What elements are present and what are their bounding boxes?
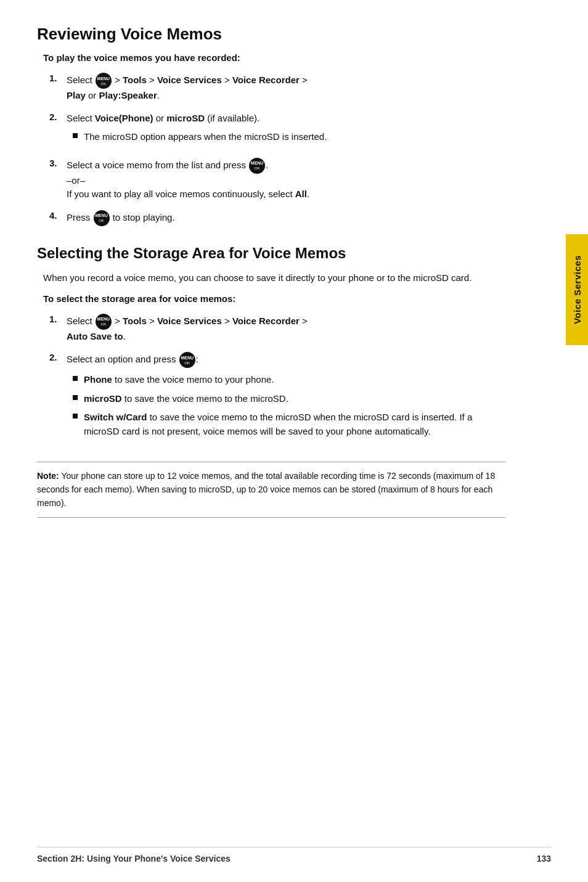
s2-sub-item-microsd: microSD to save the voice memo to the mi… xyxy=(73,392,505,406)
section2-intro-para: When you record a voice memo, you can ch… xyxy=(43,271,505,285)
section2-title: Selecting the Storage Area for Voice Mem… xyxy=(37,245,505,262)
step-1: 1. Select MENU OK > Tools > Voice Servic… xyxy=(49,73,505,103)
s2-step-2-content: Select an option and press MENU OK : Pho… xyxy=(67,352,505,443)
sub-item-1: The microSD option appears when the micr… xyxy=(73,130,505,144)
bullet-icon-microsd xyxy=(73,395,78,400)
footer-page-num: 133 xyxy=(537,854,551,864)
s2-step-1: 1. Select MENU OK > Tools > Voice Servic… xyxy=(49,314,505,344)
step-4-content: Press MENU OK to stop playing. xyxy=(67,210,505,226)
menu-icon-s2-1: MENU OK xyxy=(96,314,112,330)
s2-step-1-content: Select MENU OK > Tools > Voice Services … xyxy=(67,314,505,344)
s2-step-1-num: 1. xyxy=(49,314,67,324)
s2-step-2-num: 2. xyxy=(49,352,67,362)
section2-steps-label: To select the storage area for voice mem… xyxy=(43,293,505,304)
or-text: –or– xyxy=(67,175,85,186)
s2-sub-item-switch: Switch w/Card to save the voice memo to … xyxy=(73,410,505,438)
note-box: Note: Your phone can store up to 12 voic… xyxy=(37,462,505,518)
footer-section: Section 2H: Using Your Phone's Voice Ser… xyxy=(37,854,231,864)
section1-intro: To play the voice memos you have recorde… xyxy=(43,52,505,63)
step-2-content: Select Voice(Phone) or microSD (if avail… xyxy=(67,112,505,149)
step-4: 4. Press MENU OK to stop playing. xyxy=(49,210,505,226)
s2-step-2: 2. Select an option and press MENU OK : … xyxy=(49,352,505,443)
menu-icon-s2-2: MENU OK xyxy=(179,352,195,368)
side-tab-label: Voice Services xyxy=(572,255,582,324)
note-text: Your phone can store up to 12 voice memo… xyxy=(37,471,495,507)
bullet-icon-phone xyxy=(73,376,78,381)
bullet-icon-switch xyxy=(73,414,78,419)
step-1-num: 1. xyxy=(49,73,67,83)
s2-sub-item-phone: Phone to save the voice memo to your pho… xyxy=(73,373,505,387)
menu-icon-3: MENU OK xyxy=(249,158,265,174)
step-1-content: Select MENU OK > Tools > Voice Services … xyxy=(67,73,505,103)
menu-icon-1: MENU OK xyxy=(96,73,112,89)
section1-title: Reviewing Voice Memos xyxy=(37,25,505,44)
step-2: 2. Select Voice(Phone) or microSD (if av… xyxy=(49,112,505,149)
note-label: Note: xyxy=(37,471,59,481)
menu-icon-4: MENU OK xyxy=(94,210,110,226)
bullet-icon xyxy=(73,133,78,138)
step-3-num: 3. xyxy=(49,158,67,168)
footer: Section 2H: Using Your Phone's Voice Ser… xyxy=(37,847,551,864)
step-4-num: 4. xyxy=(49,210,67,221)
step-2-num: 2. xyxy=(49,112,67,122)
step-3: 3. Select a voice memo from the list and… xyxy=(49,158,505,202)
step-3-content: Select a voice memo from the list and pr… xyxy=(67,158,505,202)
voice-services-tab: Voice Services xyxy=(566,234,588,345)
